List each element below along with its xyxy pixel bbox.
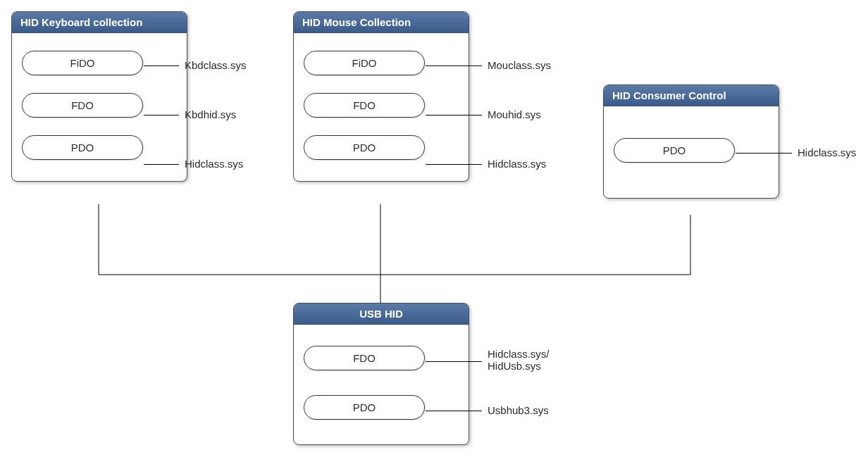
pill-keyboard-fdo: FDO — [22, 93, 143, 118]
lead-consumer-pdo — [736, 153, 792, 154]
annot-mouse-fido: Mouclass.sys — [488, 59, 551, 71]
pill-usbhid-pdo: PDO — [304, 395, 425, 420]
lead-usbhid-pdo — [426, 411, 482, 411]
lead-keyboard-fdo — [144, 115, 179, 115]
panel-keyboard: HID Keyboard collection FiDO FDO PDO — [11, 11, 187, 182]
annot-usbhid-fdo: Hidclass.sys/ HidUsb.sys — [488, 348, 550, 372]
pill-mouse-pdo: PDO — [304, 135, 425, 160]
panel-usbhid-title: USB HID — [294, 304, 469, 325]
lead-keyboard-pdo — [144, 164, 179, 165]
panel-mouse-body: FiDO FDO PDO — [294, 33, 469, 181]
panel-keyboard-title: HID Keyboard collection — [12, 12, 187, 33]
panel-mouse-title: HID Mouse Collection — [294, 12, 469, 33]
annot-usbhid-pdo: Usbhub3.sys — [488, 404, 549, 416]
annot-keyboard-pdo: Hidclass.sys — [185, 158, 243, 170]
pill-keyboard-fido: FiDO — [22, 51, 143, 75]
pill-consumer-pdo: PDO — [614, 138, 735, 163]
panel-keyboard-body: FiDO FDO PDO — [12, 33, 187, 181]
pill-mouse-fido: FiDO — [304, 51, 425, 75]
lead-usbhid-fdo — [426, 361, 482, 362]
diagram-canvas: HID Keyboard collection FiDO FDO PDO Kbd… — [0, 0, 868, 469]
lead-mouse-fido — [426, 65, 482, 66]
annot-mouse-pdo: Hidclass.sys — [488, 158, 546, 170]
panel-consumer-title: HID Consumer Control — [604, 85, 779, 106]
panel-usbhid: USB HID FDO PDO — [293, 303, 469, 445]
panel-usbhid-body: FDO PDO — [294, 325, 469, 444]
lead-mouse-fdo — [426, 115, 482, 115]
annot-mouse-fdo: Mouhid.sys — [488, 108, 541, 120]
pill-keyboard-pdo: PDO — [22, 135, 143, 160]
annot-keyboard-fdo: Kbdhid.sys — [185, 108, 236, 120]
pill-usbhid-fdo: FDO — [304, 346, 425, 370]
panel-mouse: HID Mouse Collection FiDO FDO PDO — [293, 11, 469, 182]
lead-mouse-pdo — [426, 164, 482, 165]
pill-mouse-fdo: FDO — [304, 93, 425, 118]
annot-keyboard-fido: Kbdclass.sys — [185, 59, 247, 71]
annot-consumer-pdo: Hidclass.sys — [798, 146, 856, 158]
panel-consumer-body: PDO — [604, 106, 779, 198]
panel-consumer: HID Consumer Control PDO — [603, 85, 779, 199]
lead-keyboard-fido — [144, 65, 179, 66]
